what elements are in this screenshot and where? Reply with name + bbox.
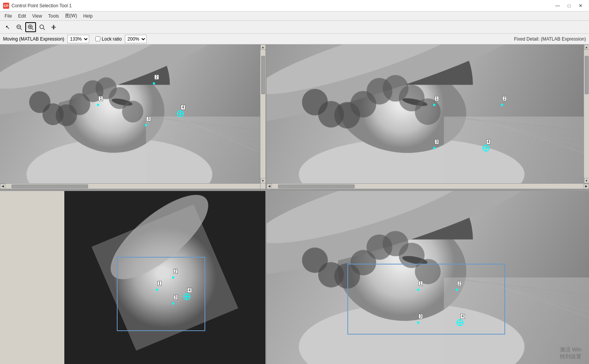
panel-bottom-left[interactable]: 1 2 3 4 [64,191,265,364]
panel-top-right[interactable]: 1 2 3 4 ▲ ▼ ◀ [267,44,589,189]
lock-ratio-group: Lock ratio [95,36,122,42]
panel-top-left[interactable]: 1 2 3 4 ◀ ▶ ▲ [0,44,265,189]
svg-line-4 [32,28,33,30]
cp-br-2[interactable]: 2 [453,286,460,293]
panel-bottom-right[interactable]: 1 2 3 4 激活 Win 转到设置 [267,191,589,364]
vscrollbar-tr[interactable]: ▲ ▼ [584,44,589,189]
vscroll-up-tl[interactable]: ▲ [260,44,266,50]
cp-br-4[interactable]: 4 [456,319,463,326]
cp-bl-3[interactable]: 3 [170,300,177,307]
vscrollbar-tl[interactable]: ▲ ▼ [260,44,265,189]
bottom-left-spacer [0,191,64,364]
cp-br-3[interactable]: 3 [415,319,422,326]
cp-tl-4-label: 4 [181,105,185,110]
vscroll-down-tl[interactable]: ▼ [260,178,266,183]
cp-tl-1-label: 1 [98,96,103,101]
main-content: 1 2 3 4 ◀ ▶ ▲ [0,44,589,364]
cp-br-3-label: 3 [419,314,423,319]
cp-tr-4[interactable]: 4 [483,145,489,152]
vscroll-up-tr[interactable]: ▲ [584,44,589,50]
svg-point-7 [40,25,44,29]
cp-tr-4-label: 4 [486,139,491,144]
cp-bl-2-label: 2 [173,269,178,274]
titlebar-controls: — □ ✕ [552,2,586,10]
zoom-fit-tool[interactable] [37,22,47,32]
svg-line-8 [43,28,45,30]
vscroll-down-tr[interactable]: ▼ [584,178,589,183]
cp-bl-4-label: 4 [187,288,192,293]
bottom-row: 1 2 3 4 1 [0,191,589,364]
fixed-zoom-select[interactable]: 200% 50% 75% 100% 150% [125,35,147,43]
cp-tl-3[interactable]: 3 [142,122,149,129]
cp-tr-1-label: 1 [435,96,439,101]
cp-tl-3-label: 3 [146,116,151,121]
hscroll-left-tl[interactable]: ◀ [0,184,5,189]
close-button[interactable]: ✕ [575,2,586,10]
cp-bl-2[interactable]: 2 [170,274,177,281]
app-icon: CP [3,3,9,9]
cp-tl-1[interactable]: 1 [95,101,101,108]
cp-tr-2-label: 2 [502,96,507,101]
cp-br-4-label: 4 [460,314,465,319]
menu-edit[interactable]: Edit [15,11,29,20]
menu-tools[interactable]: Tools [45,11,62,20]
pan-tool[interactable] [48,22,59,32]
hscrollbar-tr[interactable]: ◀ ▶ [267,183,589,189]
cp-br-2-label: 2 [457,281,462,286]
top-row: 1 2 3 4 ◀ ▶ ▲ [0,44,589,190]
window-title: Control Point Selection Tool 1 [11,3,72,8]
cp-br-1-label: 1 [419,281,423,286]
moving-zoom-select[interactable]: 133% 50% 75% 100% 150% 200% [67,35,89,43]
hscroll-right-tr[interactable]: ▶ [584,184,589,189]
cp-tr-3-label: 3 [435,139,439,144]
menu-view[interactable]: View [29,11,45,20]
cp-tl-4[interactable]: 4 [177,110,184,117]
cp-tr-2[interactable]: 2 [499,101,506,108]
cp-bl-1-label: 1 [157,281,162,286]
cp-bl-1[interactable]: 1 [154,286,160,293]
maximize-button[interactable]: □ [564,2,574,10]
secondary-toolbar: Moving (MATLAB Expression) 133% 50% 75% … [0,34,589,44]
hscroll-thumb-tl[interactable] [11,184,88,188]
cp-bl-4[interactable]: 4 [183,293,190,300]
moving-label: Moving (MATLAB Expression) [3,36,64,42]
svg-line-1 [20,28,22,30]
hscroll-thumb-tr[interactable] [278,184,355,188]
vscroll-thumb-tl[interactable] [261,56,265,94]
hscroll-left-tr[interactable]: ◀ [267,184,272,189]
cp-bl-3-label: 3 [173,295,178,300]
titlebar-left: CP Control Point Selection Tool 1 [3,3,72,9]
lock-ratio-label: Lock ratio [102,36,122,42]
zoom-out-tool[interactable] [14,22,25,32]
menu-file[interactable]: File [2,11,15,20]
titlebar: CP Control Point Selection Tool 1 — □ ✕ [0,0,589,11]
vscroll-thumb-tr[interactable] [585,56,589,94]
pointer-tool[interactable]: ↖ [2,22,13,32]
menu-help[interactable]: Help [80,11,96,20]
minimize-button[interactable]: — [552,2,563,10]
cp-tr-3[interactable]: 3 [431,145,438,152]
toolbar: ↖ [0,21,589,34]
fixed-detail-label: Fixed Detail: (MATLAB Expression) [514,36,586,42]
lock-ratio-checkbox[interactable] [95,36,100,41]
cp-tl-2-label: 2 [154,75,159,80]
cp-tl-2[interactable]: 2 [151,80,157,87]
menubar: File Edit View Tools 图(W) Help [0,11,589,21]
cp-tr-1[interactable]: 1 [431,101,438,108]
menu-window[interactable]: 图(W) [62,11,80,20]
zoom-in-tool[interactable] [25,22,36,32]
hscrollbar-tl[interactable]: ◀ ▶ [0,183,265,189]
cp-br-1[interactable]: 1 [415,286,422,293]
